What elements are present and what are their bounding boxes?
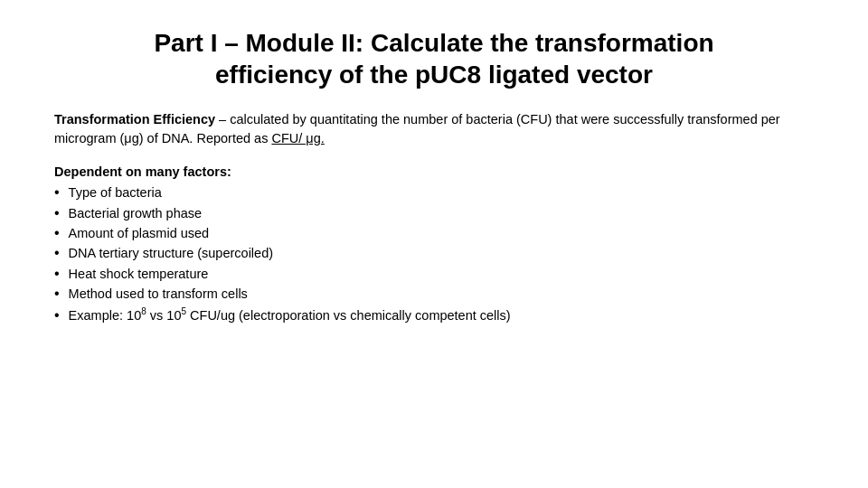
list-item: • Heat shock temperature [54,264,814,284]
bullet-icon: • [54,264,60,284]
title-line2: efficiency of the pUC8 ligated vector [215,61,653,89]
list-item: • Method used to transform cells [54,284,814,304]
definition-underline: CFU/ μg. [271,131,324,145]
factors-heading: Dependent on many factors: [54,164,814,179]
list-item: • Bacterial growth phase [54,203,814,223]
list-item: • Example: 108 vs 105 CFU/ug (electropor… [54,305,814,325]
bullet-text: Method used to transform cells [69,284,248,304]
bullet-icon: • [54,305,60,325]
bullet-icon: • [54,243,60,263]
definition-paragraph: Transformation Efficiency – calculated b… [54,110,814,148]
slide: Part I – Module II: Calculate the transf… [0,0,868,488]
list-item: • Amount of plasmid used [54,223,814,243]
title-line1: Part I – Module II: Calculate the transf… [154,29,713,57]
bullet-icon: • [54,284,60,304]
bullet-icon: • [54,183,60,202]
slide-title: Part I – Module II: Calculate the transf… [54,27,814,90]
list-item: • DNA tertiary structure (supercoiled) [54,243,814,263]
bullet-text: Amount of plasmid used [69,223,210,243]
bullet-text: Heat shock temperature [69,264,209,284]
bullet-text: Bacterial growth phase [69,203,203,223]
bullet-text: DNA tertiary structure (supercoiled) [69,243,273,263]
bullet-icon: • [54,203,60,223]
bullet-text: Type of bacteria [69,183,162,202]
list-item: • Type of bacteria [54,183,814,202]
definition-bold: Transformation Efficiency [54,112,215,127]
bullet-icon: • [54,223,60,243]
bullet-text-example: Example: 108 vs 105 CFU/ug (electroporat… [69,305,511,325]
bullet-list: • Type of bacteria • Bacterial growth ph… [54,183,814,325]
